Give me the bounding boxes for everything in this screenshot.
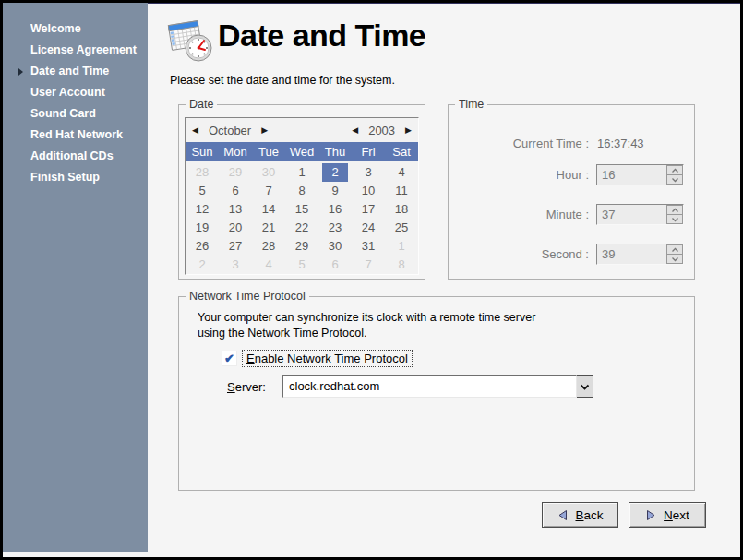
- calendar-day[interactable]: 22: [285, 219, 318, 237]
- calendar-day[interactable]: 5: [285, 256, 318, 274]
- prev-month-icon[interactable]: ◀: [192, 126, 198, 135]
- sidebar-item-finish-setup[interactable]: Finish Setup: [3, 167, 148, 188]
- sidebar-item-additional-cds[interactable]: Additional CDs: [3, 146, 148, 167]
- sidebar-item-label: Date and Time: [30, 65, 109, 77]
- calendar-day[interactable]: 31: [352, 237, 385, 256]
- calendar-day[interactable]: 3: [352, 163, 385, 182]
- second-down-button[interactable]: [666, 255, 683, 264]
- calendar-day[interactable]: 24: [352, 219, 385, 237]
- calendar-day[interactable]: 16: [318, 200, 352, 219]
- second-spinner[interactable]: 39: [596, 244, 684, 265]
- calendar-day[interactable]: 28: [186, 163, 219, 182]
- date-frame-label: Date: [186, 98, 217, 111]
- prev-year-icon[interactable]: ◀: [352, 126, 358, 135]
- sidebar-item-welcome[interactable]: Welcome: [3, 18, 148, 40]
- current-time-value: 16:37:43: [597, 137, 644, 150]
- minute-up-button[interactable]: [666, 205, 683, 215]
- sidebar-item-label: Additional CDs: [30, 149, 114, 162]
- calendar-day[interactable]: 20: [219, 219, 252, 237]
- hour-up-button[interactable]: [666, 165, 683, 175]
- date-section: Date ◀ October ▶ ◀ 2003 ▶ SunMonTueWedTh…: [178, 104, 425, 280]
- enable-ntp-checkbox[interactable]: ✔: [222, 351, 237, 366]
- calendar-day[interactable]: 19: [186, 219, 219, 237]
- day-header-sat: Sat: [385, 145, 418, 159]
- ntp-description: Your computer can synchronize its clock …: [198, 310, 535, 340]
- second-value: 39: [597, 244, 666, 264]
- sidebar-item-license-agreement[interactable]: License Agreement: [3, 40, 148, 61]
- hour-value: 16: [597, 165, 666, 185]
- calendar-grid: 2829301234567891011121314151617181920212…: [186, 161, 418, 274]
- calendar-day[interactable]: 27: [219, 237, 252, 256]
- day-header-fri: Fri: [352, 145, 385, 159]
- server-input[interactable]: clock.redhat.com: [282, 375, 577, 398]
- server-dropdown-button[interactable]: [577, 375, 593, 398]
- sidebar-item-label: User Account: [30, 86, 105, 99]
- calendar-day[interactable]: 29: [219, 163, 252, 182]
- sidebar-item-sound-card[interactable]: Sound Card: [3, 103, 148, 125]
- calendar-day[interactable]: 1: [285, 163, 318, 182]
- calendar-day[interactable]: 30: [318, 237, 352, 256]
- ntp-description-line1: Your computer can synchronize its clock …: [198, 310, 535, 326]
- calendar-day[interactable]: 17: [352, 200, 385, 219]
- second-up-button[interactable]: [666, 244, 683, 255]
- current-time-label: Current Time :: [449, 137, 589, 150]
- calendar-day[interactable]: 30: [252, 163, 285, 182]
- calendar-day[interactable]: 6: [219, 182, 252, 200]
- minute-label: Minute :: [449, 208, 589, 221]
- sidebar-item-label: Red Hat Network: [30, 128, 123, 141]
- sidebar-nav: WelcomeLicense AgreementDate and TimeUse…: [3, 3, 148, 188]
- server-label: Server:: [227, 380, 266, 394]
- setup-wizard-window: WelcomeLicense AgreementDate and TimeUse…: [0, 0, 743, 560]
- calendar-day[interactable]: 10: [352, 182, 385, 200]
- calendar-day[interactable]: 9: [318, 182, 352, 200]
- calendar-day[interactable]: 4: [252, 256, 285, 274]
- calendar-day[interactable]: 29: [285, 237, 318, 256]
- calendar-day[interactable]: 15: [285, 200, 318, 219]
- calendar-day[interactable]: 23: [318, 219, 352, 237]
- hour-down-button[interactable]: [666, 175, 683, 185]
- checkmark-icon: ✔: [224, 352, 234, 364]
- calendar-day[interactable]: 8: [385, 256, 418, 274]
- server-combobox: clock.redhat.com: [282, 375, 593, 398]
- calendar-day[interactable]: 26: [186, 237, 219, 256]
- sidebar-item-label: Welcome: [30, 22, 81, 35]
- calendar-day[interactable]: 5: [186, 182, 219, 200]
- calendar-day[interactable]: 6: [318, 256, 352, 274]
- ntp-description-line2: using the Network Time Protocol.: [198, 326, 535, 341]
- calendar-day[interactable]: 1: [385, 237, 418, 256]
- day-header-mon: Mon: [219, 145, 252, 159]
- sidebar-item-label: Sound Card: [30, 107, 96, 120]
- calendar-day[interactable]: 25: [385, 219, 418, 237]
- calendar-day[interactable]: 14: [252, 200, 285, 219]
- calendar-day[interactable]: 18: [385, 200, 418, 219]
- year-label: 2003: [368, 124, 395, 137]
- calendar-day[interactable]: 12: [186, 200, 219, 219]
- calendar-day[interactable]: 28: [252, 237, 285, 256]
- sidebar-item-label: License Agreement: [30, 43, 137, 56]
- next-button[interactable]: Next: [629, 502, 706, 528]
- calendar-day[interactable]: 3: [219, 256, 252, 274]
- next-arrow-icon: [645, 509, 657, 521]
- minute-spinner[interactable]: 37: [596, 204, 684, 225]
- calendar-day[interactable]: 11: [385, 182, 418, 200]
- time-frame-label: Time: [455, 98, 487, 111]
- calendar-day[interactable]: 8: [285, 182, 318, 200]
- hour-spinner[interactable]: 16: [596, 164, 684, 185]
- calendar-day[interactable]: 7: [352, 256, 385, 274]
- calendar-day[interactable]: 21: [252, 219, 285, 237]
- calendar-day[interactable]: 13: [219, 200, 252, 219]
- calendar-day[interactable]: 4: [385, 163, 418, 182]
- next-month-icon[interactable]: ▶: [261, 126, 268, 135]
- back-button[interactable]: Back: [542, 502, 618, 528]
- sidebar-item-user-account[interactable]: User Account: [3, 82, 148, 103]
- calendar-day[interactable]: 2: [186, 256, 219, 274]
- calendar-nav: ◀ October ▶ ◀ 2003 ▶: [186, 118, 418, 142]
- calendar-day[interactable]: 7: [252, 182, 285, 200]
- sidebar-item-date-and-time[interactable]: Date and Time: [3, 61, 148, 82]
- minute-down-button[interactable]: [666, 215, 683, 224]
- calendar-day-selected[interactable]: 2: [322, 163, 348, 182]
- next-year-icon[interactable]: ▶: [405, 126, 412, 135]
- second-label: Second :: [449, 247, 589, 261]
- enable-ntp-label[interactable]: Enable Network Time Protocol: [242, 350, 413, 367]
- sidebar-item-red-hat-network[interactable]: Red Hat Network: [3, 125, 148, 146]
